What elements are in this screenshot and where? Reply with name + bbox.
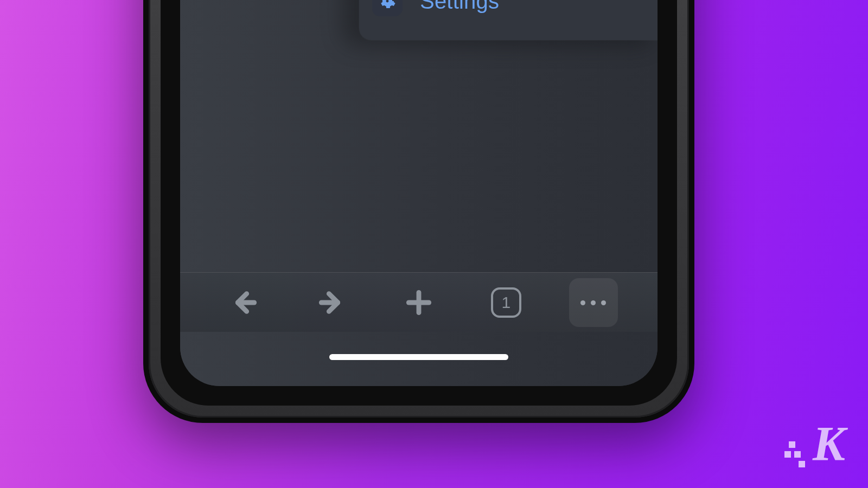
plus-icon [404,287,434,318]
brand-watermark: K [784,416,845,472]
menu-item-settings[interactable]: Settings [359,0,658,30]
watermark-dots-icon [784,439,809,472]
forward-arrow-icon [316,287,347,318]
phone-frame: Bookmarks Reading Reading List [143,0,694,423]
phone-screen: Bookmarks Reading Reading List [180,0,658,386]
back-button[interactable] [220,278,269,327]
back-arrow-icon [229,287,259,318]
tabs-count-icon: 1 [491,287,521,318]
tabs-button[interactable]: 1 [482,278,531,327]
forward-button[interactable] [307,278,356,327]
home-indicator[interactable] [329,354,508,360]
svg-point-10 [385,0,390,3]
phone-bezel: Bookmarks Reading Reading List [149,0,689,418]
more-dots-icon [578,298,609,307]
phone-inner: Bookmarks Reading Reading List [161,0,677,406]
bottom-toolbar: 1 [180,272,658,332]
settings-gear-icon [372,0,403,16]
tab-count: 1 [501,293,510,312]
overflow-menu-button[interactable] [569,278,618,327]
new-tab-button[interactable] [394,278,443,327]
watermark-letter: K [813,416,845,472]
overflow-menu-panel: Reading List Recent Tabs [359,0,658,40]
menu-label: Settings [420,0,499,14]
